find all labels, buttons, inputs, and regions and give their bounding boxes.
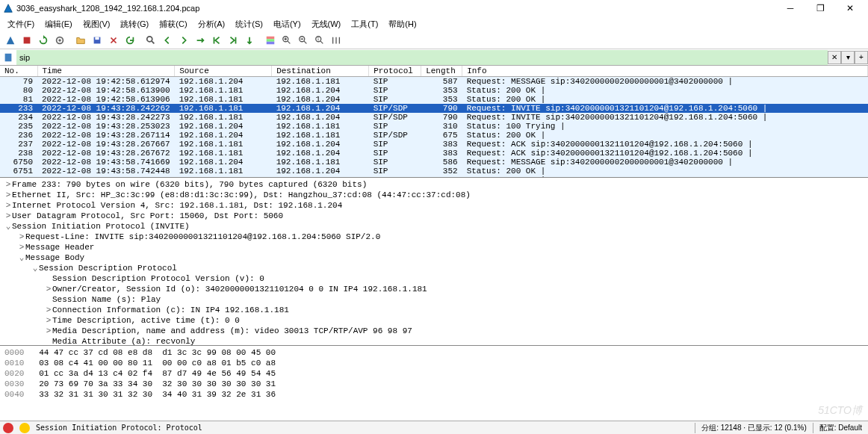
menu-item[interactable]: 统计(S) <box>231 17 267 31</box>
menu-item[interactable]: 编辑(E) <box>40 17 77 31</box>
status-bar: Session Initiation Protocol: Protocol 分组… <box>0 421 868 434</box>
tree-toggle-icon[interactable]: ⌄ <box>31 263 39 273</box>
tree-item[interactable]: >Internet Protocol Version 4, Src: 192.1… <box>0 200 868 211</box>
col-time[interactable]: Time <box>37 66 175 77</box>
minimize-button[interactable]: ─ <box>775 0 805 16</box>
col-info[interactable]: Info <box>462 66 868 77</box>
packet-bytes-pane[interactable]: 0000 44 47 cc 37 cd 08 e8 d8 d1 3c 3c 99… <box>0 346 868 406</box>
save-file-icon[interactable] <box>90 33 105 48</box>
go-last-icon[interactable] <box>226 33 241 48</box>
auto-scroll-icon[interactable] <box>242 33 257 48</box>
tree-item[interactable]: >User Datagram Protocol, Src Port: 15060… <box>0 211 868 221</box>
zoom-reset-icon[interactable]: 1 <box>312 33 327 48</box>
tree-toggle-icon[interactable]: ⌄ <box>4 221 12 232</box>
menu-item[interactable]: 跳转(G) <box>116 17 153 31</box>
packet-row[interactable]: 792022-12-08 19:42:58.612974192.168.1.20… <box>0 77 868 87</box>
hex-row[interactable]: 0030 20 73 69 70 3a 33 34 30 32 30 30 30… <box>4 379 864 389</box>
tree-item[interactable]: Session Name (s): Play <box>0 294 868 305</box>
filter-clear-button[interactable]: ✕ <box>828 51 841 64</box>
start-capture-icon[interactable] <box>3 33 18 48</box>
zoom-out-icon[interactable] <box>296 33 311 48</box>
tree-toggle-icon[interactable]: > <box>4 179 12 190</box>
go-to-packet-icon[interactable] <box>193 33 208 48</box>
stop-capture-icon[interactable] <box>19 33 34 48</box>
toolbar: 1 <box>0 31 868 49</box>
packet-row[interactable]: 2372022-12-08 19:43:28.267667192.168.1.1… <box>0 140 868 149</box>
restart-capture-icon[interactable] <box>36 33 51 48</box>
go-forward-icon[interactable] <box>176 33 191 48</box>
tree-toggle-icon[interactable]: > <box>45 315 52 326</box>
tree-toggle-icon[interactable]: > <box>45 284 52 294</box>
packet-row[interactable]: 67512022-12-08 19:43:58.742448192.168.1.… <box>0 167 868 176</box>
tree-toggle-icon[interactable]: > <box>45 305 52 315</box>
tree-item[interactable]: >Owner/Creator, Session Id (o): 34020000… <box>0 284 868 294</box>
col-proto[interactable]: Protocol <box>369 66 421 77</box>
colorize-icon[interactable] <box>263 33 278 48</box>
bookmark-filter-icon[interactable] <box>1 51 15 64</box>
tree-item[interactable]: >Request-Line: INVITE sip:34020000001321… <box>0 232 868 242</box>
resize-columns-icon[interactable] <box>329 33 344 48</box>
tree-item[interactable]: >Ethernet II, Src: HP_3c:3c:99 (e8:d8:d1… <box>0 190 868 200</box>
find-icon[interactable] <box>143 33 158 48</box>
filter-apply-button[interactable]: + <box>855 51 868 64</box>
reload-icon[interactable] <box>123 33 137 48</box>
tree-item[interactable]: >Frame 233: 790 bytes on wire (6320 bits… <box>0 179 868 190</box>
tree-item[interactable]: >Time Description, active time (t): 0 0 <box>0 315 868 326</box>
tree-toggle-icon[interactable]: > <box>4 190 12 200</box>
menu-item[interactable]: 电话(Y) <box>269 17 306 31</box>
tree-item[interactable]: Session Description Protocol Version (v)… <box>0 273 868 284</box>
tree-toggle-icon[interactable]: > <box>4 200 12 211</box>
tree-item[interactable]: ⌄Session Description Protocol <box>0 263 868 273</box>
go-back-icon[interactable] <box>160 33 175 48</box>
hex-row[interactable]: 0010 03 08 c4 41 00 00 80 11 00 00 c0 a8… <box>4 358 864 368</box>
tree-toggle-icon[interactable]: > <box>45 326 52 336</box>
tree-toggle-icon[interactable]: > <box>18 232 25 242</box>
packet-row[interactable]: 2332022-12-08 19:43:28.242262192.168.1.1… <box>0 104 868 113</box>
status-profile[interactable]: 配置: Default <box>813 423 868 433</box>
packet-row[interactable]: 67502022-12-08 19:43:58.741669192.168.1.… <box>0 158 868 167</box>
packet-details-pane[interactable]: >Frame 233: 790 bytes on wire (6320 bits… <box>0 178 868 346</box>
packet-list-header[interactable]: No. Time Source Destination Protocol Len… <box>0 66 868 77</box>
tree-toggle-icon[interactable]: > <box>18 242 25 252</box>
packet-row[interactable]: 812022-12-08 19:42:58.613906192.168.1.18… <box>0 95 868 104</box>
maximize-button[interactable]: ❐ <box>805 0 835 16</box>
col-len[interactable]: Length <box>421 66 462 77</box>
menu-item[interactable]: 帮助(H) <box>384 17 421 31</box>
tree-item[interactable]: Media Attribute (a): recvonly <box>0 336 868 346</box>
display-filter-input[interactable] <box>16 50 828 65</box>
menu-item[interactable]: 视图(V) <box>78 17 115 31</box>
open-file-icon[interactable] <box>73 33 88 48</box>
packet-row[interactable]: 802022-12-08 19:42:58.613900192.168.1.18… <box>0 86 868 95</box>
packet-row[interactable]: 2342022-12-08 19:43:28.242273192.168.1.1… <box>0 113 868 122</box>
expert-error-icon[interactable] <box>3 423 13 433</box>
tree-toggle-icon[interactable]: > <box>4 211 12 221</box>
tree-toggle-icon[interactable]: ⌄ <box>18 252 25 263</box>
go-first-icon[interactable] <box>209 33 224 48</box>
zoom-in-icon[interactable] <box>279 33 294 48</box>
menu-item[interactable]: 捕获(C) <box>155 17 191 31</box>
packet-list-pane[interactable]: No. Time Source Destination Protocol Len… <box>0 66 868 178</box>
packet-row[interactable]: 2362022-12-08 19:43:28.267114192.168.1.2… <box>0 131 868 140</box>
col-dst[interactable]: Destination <box>272 66 369 77</box>
hex-row[interactable]: 0040 33 32 31 31 30 31 32 30 34 40 31 39… <box>4 389 864 400</box>
tree-item[interactable]: ⌄Message Body <box>0 252 868 263</box>
tree-item[interactable]: >Message Header <box>0 242 868 252</box>
menu-item[interactable]: 工具(T) <box>347 17 382 31</box>
packet-row[interactable]: 2382022-12-08 19:43:28.267672192.168.1.1… <box>0 149 868 158</box>
filter-dropdown-button[interactable]: ▾ <box>841 51 855 64</box>
expert-warn-icon[interactable] <box>19 423 30 433</box>
tree-item[interactable]: ⌄Session Initiation Protocol (INVITE) <box>0 221 868 232</box>
close-button[interactable]: ✕ <box>835 0 865 16</box>
hex-row[interactable]: 0020 01 cc 3a d4 13 c4 02 f4 87 d7 49 4e… <box>4 368 864 379</box>
col-src[interactable]: Source <box>175 66 272 77</box>
tree-item[interactable]: >Media Description, name and address (m)… <box>0 326 868 336</box>
col-no[interactable]: No. <box>0 66 37 77</box>
menu-item[interactable]: 文件(F) <box>3 17 39 31</box>
hex-row[interactable]: 0000 44 47 cc 37 cd 08 e8 d8 d1 3c 3c 99… <box>4 347 864 358</box>
packet-row[interactable]: 2352022-12-08 19:43:28.253023192.168.1.2… <box>0 122 868 131</box>
menu-item[interactable]: 分析(A) <box>193 17 230 31</box>
tree-item[interactable]: >Connection Information (c): IN IP4 192.… <box>0 305 868 315</box>
capture-options-icon[interactable] <box>52 33 67 48</box>
menu-item[interactable]: 无线(W) <box>307 17 346 31</box>
close-file-icon[interactable] <box>106 33 121 48</box>
